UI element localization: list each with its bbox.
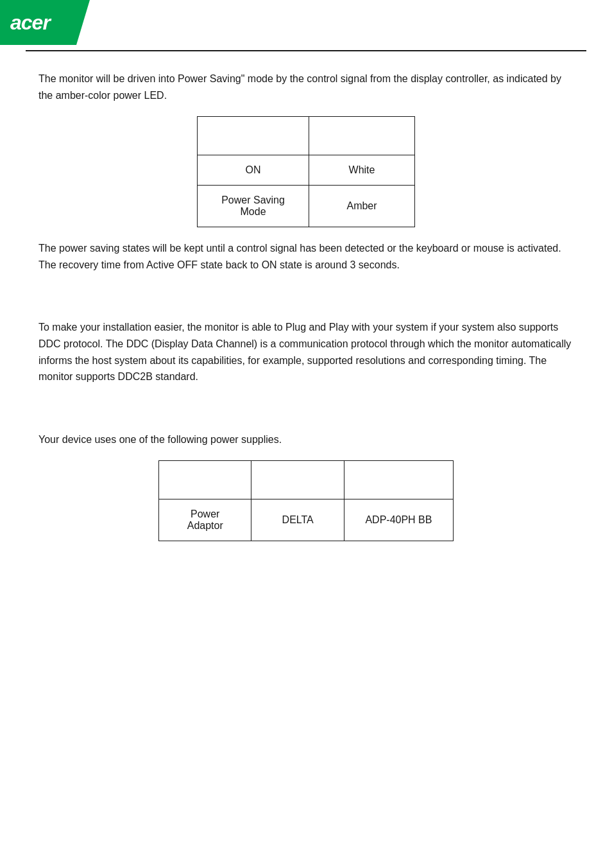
table-row	[198, 117, 415, 155]
table-cell	[159, 461, 251, 499]
table-row	[159, 461, 454, 499]
power-adaptor-section: Your device uses one of the following po…	[38, 431, 574, 542]
table-cell	[251, 461, 344, 499]
power-saving-table: ON White Power SavingMode Amber	[197, 116, 415, 227]
power-saving-table-wrapper: ON White Power SavingMode Amber	[38, 116, 574, 227]
table-row: Power SavingMode Amber	[198, 186, 415, 227]
header: acer	[0, 0, 612, 51]
table-cell-power-adaptor: PowerAdaptor	[159, 499, 251, 541]
ddc-intro: To make your installation easier, the mo…	[38, 319, 574, 385]
table-cell-on: ON	[198, 155, 309, 186]
power-saving-section: The monitor will be driven into Power Sa…	[38, 71, 574, 273]
acer-logo: acer	[10, 11, 50, 35]
acer-logo-area: acer	[0, 0, 90, 45]
power-adaptor-table-wrapper: PowerAdaptor DELTA ADP-40PH BB	[38, 460, 574, 541]
table-cell	[309, 117, 415, 155]
power-saving-body: The power saving states will be kept unt…	[38, 240, 574, 273]
table-cell-delta: DELTA	[251, 499, 344, 541]
power-saving-intro: The monitor will be driven into Power Sa…	[38, 71, 574, 103]
header-line	[26, 50, 586, 51]
table-cell-amber: Amber	[309, 186, 415, 227]
table-cell	[198, 117, 309, 155]
table-row: ON White	[198, 155, 415, 186]
table-row: PowerAdaptor DELTA ADP-40PH BB	[159, 499, 454, 541]
table-cell-power-saving: Power SavingMode	[198, 186, 309, 227]
table-cell	[344, 461, 453, 499]
power-adaptor-intro: Your device uses one of the following po…	[38, 431, 574, 448]
table-cell-adp: ADP-40PH BB	[344, 499, 453, 541]
spacer1	[38, 293, 574, 319]
table-cell-white: White	[309, 155, 415, 186]
spacer2	[38, 406, 574, 431]
page-container: acer The monitor will be driven into Pow…	[0, 0, 612, 868]
main-content: The monitor will be driven into Power Sa…	[0, 51, 612, 587]
power-adaptor-table: PowerAdaptor DELTA ADP-40PH BB	[158, 460, 454, 541]
ddc-section: To make your installation easier, the mo…	[38, 319, 574, 385]
